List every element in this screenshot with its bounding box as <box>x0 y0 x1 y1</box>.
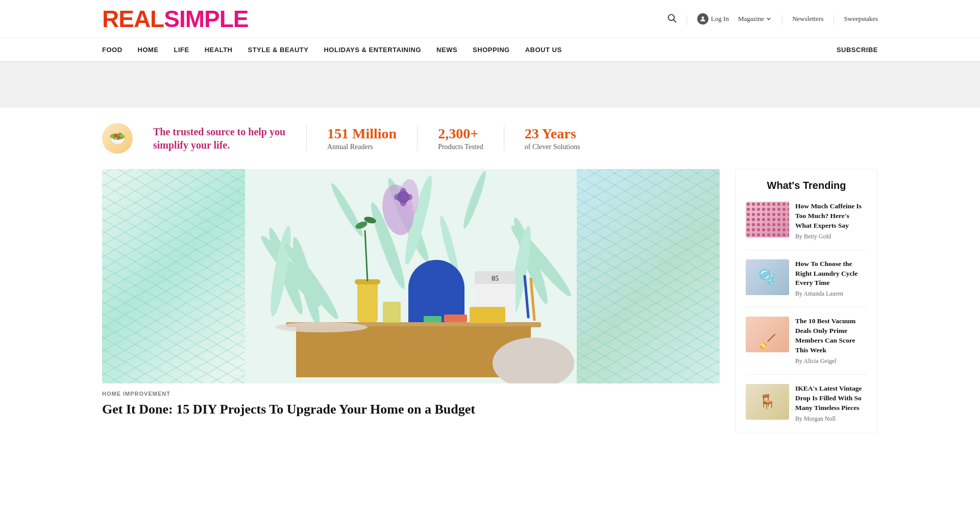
trending-item-3-content: The 10 Best Vacuum Deals Only Prime Memb… <box>795 317 867 365</box>
search-button[interactable] <box>667 13 677 25</box>
trending-item-4-title: IKEA's Latest Vintage Drop Is Filled Wit… <box>795 384 867 413</box>
magazine-dropdown[interactable]: Magazine <box>738 15 772 23</box>
trending-item-2-title: How To Choose the Right Laundry Cycle Ev… <box>795 259 867 288</box>
nav-item-about-us[interactable]: ABOUT US <box>525 46 562 54</box>
trending-item-2-content: How To Choose the Right Laundry Cycle Ev… <box>795 259 867 298</box>
trending-heading: What's Trending <box>746 180 867 191</box>
trending-item-2-author: By Amanda Lauren <box>795 290 867 298</box>
trending-item[interactable]: 🪑 IKEA's Latest Vintage Drop Is Filled W… <box>746 384 867 423</box>
trending-box: What's Trending How Much Caffeine Is Too… <box>735 169 878 433</box>
newsletters-link[interactable]: Newsletters <box>792 15 823 23</box>
nav-item-life[interactable]: LIFE <box>174 46 189 54</box>
nav-item-home[interactable]: HOME <box>138 46 159 54</box>
trending-item-3-title: The 10 Best Vacuum Deals Only Prime Memb… <box>795 317 867 355</box>
trending-item-3-author: By Alicia Geigel <box>795 357 867 365</box>
stat-readers-label: Annual Readers <box>327 143 397 151</box>
stat-years: 23 Years of Clever Solutions <box>525 126 580 151</box>
stat-years-label: of Clever Solutions <box>525 143 580 151</box>
brand-tagline: The trusted source to help you simplify … <box>153 125 286 152</box>
trending-item-4-author: By Morgan Noll <box>795 415 867 423</box>
header: REALSIMPLE | Log In Magazine | Newslette… <box>0 0 980 38</box>
nav-item-health[interactable]: HEALTH <box>205 46 233 54</box>
svg-line-1 <box>674 20 676 22</box>
stat-years-number: 23 Years <box>525 126 580 142</box>
trending-item-1-content: How Much Caffeine Is Too Much? Here's Wh… <box>795 202 867 240</box>
brand-logo-icon: 🥗 <box>102 123 133 154</box>
stats-divider-2 <box>417 126 418 151</box>
ad-banner <box>0 62 980 108</box>
svg-rect-40 <box>424 316 442 322</box>
nav-item-news[interactable]: NEWS <box>436 46 457 54</box>
trending-item[interactable]: 🫧 How To Choose the Right Laundry Cycle … <box>746 259 867 298</box>
hero-section: 05 HOME IMPROVEMENT Get It Done: 15 DIY … <box>102 169 720 433</box>
nav-item-shopping[interactable]: SHOPPING <box>473 46 510 54</box>
login-label: Log In <box>711 15 729 23</box>
main-nav: FOOD HOME LIFE HEALTH STYLE & BEAUTY HOL… <box>0 38 980 62</box>
stats-divider-3 <box>504 126 504 151</box>
trending-thumb-1 <box>746 202 789 237</box>
stat-readers-number: 151 Million <box>327 126 397 142</box>
subscribe-button[interactable]: SUBSCRIBE <box>837 46 878 54</box>
stat-products-label: Products Tested <box>438 143 483 151</box>
trending-item[interactable]: How Much Caffeine Is Too Much? Here's Wh… <box>746 202 867 240</box>
svg-point-21 <box>400 188 406 194</box>
logo-simple: SIMPLE <box>164 6 248 32</box>
svg-point-2 <box>702 16 704 19</box>
trending-thumb-2: 🫧 <box>746 259 789 295</box>
logo-real: REAL <box>102 6 164 32</box>
login-button[interactable]: Log In <box>697 13 729 25</box>
hero-category: HOME IMPROVEMENT <box>102 391 720 397</box>
stat-products-number: 2,300+ <box>438 126 483 142</box>
svg-text:05: 05 <box>492 275 499 282</box>
magazine-label: Magazine <box>738 15 764 23</box>
trending-item-1-author: By Betty Gold <box>795 233 867 240</box>
stats-divider-1 <box>306 126 307 151</box>
trending-divider <box>746 307 867 307</box>
trending-item[interactable]: 🧹 The 10 Best Vacuum Deals Only Prime Me… <box>746 317 867 365</box>
svg-point-41 <box>276 322 368 332</box>
svg-point-22 <box>400 200 406 206</box>
nav-item-holidays[interactable]: HOLIDAYS & ENTERTAINING <box>324 46 421 54</box>
trending-sidebar: What's Trending How Much Caffeine Is Too… <box>735 169 878 433</box>
stats-bar: 🥗 The trusted source to help you simplif… <box>0 108 980 169</box>
trending-divider <box>746 374 867 375</box>
svg-rect-39 <box>444 315 467 322</box>
hero-title[interactable]: Get It Done: 15 DIY Projects To Upgrade … <box>102 401 720 418</box>
hero-image[interactable]: 05 <box>102 169 720 383</box>
trending-item-1-title: How Much Caffeine Is Too Much? Here's Wh… <box>795 202 867 231</box>
trending-thumb-3: 🧹 <box>746 317 789 352</box>
svg-rect-32 <box>383 302 401 323</box>
trending-divider <box>746 250 867 250</box>
sweepstakes-link[interactable]: Sweepstakes <box>844 15 878 23</box>
stat-products: 2,300+ Products Tested <box>438 126 483 151</box>
nav-item-style-beauty[interactable]: STYLE & BEAUTY <box>248 46 309 54</box>
logo[interactable]: REALSIMPLE <box>102 5 248 33</box>
svg-rect-38 <box>470 307 505 323</box>
svg-point-24 <box>406 194 412 200</box>
account-icon <box>697 13 708 25</box>
nav-item-food[interactable]: FOOD <box>102 46 122 54</box>
svg-point-23 <box>394 194 400 200</box>
trending-item-4-content: IKEA's Latest Vintage Drop Is Filled Wit… <box>795 384 867 423</box>
stat-readers: 151 Million Annual Readers <box>327 126 397 151</box>
header-actions: | Log In Magazine | Newsletters | Sweeps… <box>667 13 878 25</box>
svg-rect-27 <box>357 281 378 322</box>
main-content: 05 HOME IMPROVEMENT Get It Done: 15 DIY … <box>0 169 980 449</box>
trending-thumb-4: 🪑 <box>746 384 789 420</box>
